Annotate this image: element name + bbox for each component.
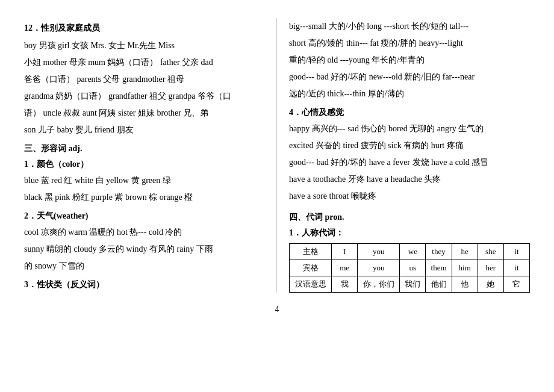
section3b-title: 3．性状类（反义词） bbox=[24, 279, 264, 290]
feeling-line2: excited 兴奋的 tired 疲劳的 sick 有病的 hurt 疼痛 bbox=[289, 141, 464, 150]
antonym-lines: big---small 大的/小的 long ---short 长的/短的 ta… bbox=[289, 18, 530, 102]
cell-subject-label: 主格 bbox=[290, 244, 332, 260]
weather-line1: cool 凉爽的 warm 温暖的 hot 热--- cold 冷的 bbox=[24, 228, 182, 237]
antonym-line2: short 高的/矮的 thin--- fat 瘦的/胖的 heavy---li… bbox=[289, 39, 463, 48]
cell-them: them bbox=[426, 260, 452, 276]
color-line2-text: black 黑 pink 粉红 purple 紫 brown 棕 orange … bbox=[24, 193, 193, 202]
feeling-line3: good--- bad 好的/坏的 have a fever 发烧 have a… bbox=[289, 158, 488, 167]
left-column: 12．性别及家庭成员 boy 男孩 girl 女孩 Mrs. 女士 Mr.先生 … bbox=[24, 18, 277, 293]
weather-line2: sunny 晴朗的 cloudy 多云的 windy 有风的 rainy 下雨 bbox=[24, 244, 213, 254]
cell-you: you bbox=[358, 244, 400, 260]
pronoun-row-object: 宾格 me you us them him her it bbox=[290, 260, 530, 276]
section12-line6: son 儿子 baby 婴儿 friend 朋友 bbox=[24, 125, 134, 134]
section12-line4: grandma 奶奶（口语） grandfather 祖父 grandpa 爷爷… bbox=[24, 92, 231, 101]
section12-line1: boy 男孩 girl 女孩 Mrs. 女士 Mr.先生 Miss bbox=[24, 41, 175, 50]
color-line1: blue 蓝 red 红 white 白 yellow 黄 green 绿 bl… bbox=[24, 172, 264, 206]
weather-line3: 的 snowy 下雪的 bbox=[24, 261, 84, 270]
cell-he: he bbox=[452, 244, 478, 260]
antonym-line3: 重的/轻的 old ---young 年长的/年青的 bbox=[289, 55, 425, 64]
cell-we: we bbox=[400, 244, 426, 260]
feeling-line1: happy 高兴的--- sad 伤心的 bored 无聊的 angry 生气的 bbox=[289, 124, 484, 133]
cell-she: she bbox=[478, 244, 503, 260]
cell-him: him bbox=[452, 260, 478, 276]
feeling-line4: have a toothache 牙疼 have a headache 头疼 bbox=[289, 175, 441, 184]
pronoun-table: 主格 I you we they he she it 宾格 me you us bbox=[289, 243, 530, 293]
page: 12．性别及家庭成员 boy 男孩 girl 女孩 Mrs. 女士 Mr.先生 … bbox=[0, 0, 554, 392]
antonym-line1: big---small 大的/小的 long ---short 长的/短的 ta… bbox=[289, 22, 468, 31]
section12-title: 12．性别及家庭成员 bbox=[24, 23, 264, 34]
cell-I: I bbox=[332, 244, 358, 260]
feeling-content: happy 高兴的--- sad 伤心的 bored 无聊的 angry 生气的… bbox=[289, 120, 530, 205]
section1-color-title: 1．颜色（color） bbox=[24, 159, 264, 170]
section12-line3: 爸爸（口语） parents 父母 grandmother 祖母 bbox=[24, 75, 184, 84]
cell-us: us bbox=[400, 260, 426, 276]
pronoun-row-subject: 主格 I you we they he she it bbox=[290, 244, 530, 260]
cell-her: her bbox=[478, 260, 503, 276]
weather-content: cool 凉爽的 warm 温暖的 hot 热--- cold 冷的 sunny… bbox=[24, 224, 264, 275]
right-column: big---small 大的/小的 long ---short 长的/短的 ta… bbox=[277, 18, 530, 293]
section12-line2: 小姐 mother 母亲 mum 妈妈（口语） father 父亲 dad bbox=[24, 58, 213, 67]
pronoun-row-chinese: 汉语意思 我 你，你们 我们 他们 他 她 它 bbox=[290, 276, 530, 293]
cell-object-label: 宾格 bbox=[290, 260, 332, 276]
cell-women: 我们 bbox=[400, 276, 426, 293]
cell-you2: you bbox=[358, 260, 400, 276]
cell-they: they bbox=[426, 244, 452, 260]
two-column-layout: 12．性别及家庭成员 boy 男孩 girl 女孩 Mrs. 女士 Mr.先生 … bbox=[24, 18, 530, 293]
page-number: 4 bbox=[24, 305, 530, 314]
section1b-title: 1．人称代词： bbox=[289, 228, 530, 238]
cell-it: it bbox=[503, 244, 529, 260]
section2-weather-title: 2．天气(weather) bbox=[24, 211, 264, 222]
section12-content: boy 男孩 girl 女孩 Mrs. 女士 Mr.先生 Miss 小姐 mot… bbox=[24, 37, 264, 138]
cell-ni: 你，你们 bbox=[358, 276, 400, 293]
cell-it2: it bbox=[503, 260, 529, 276]
antonym-line5: 远的/近的 thick---thin 厚的/薄的 bbox=[289, 89, 404, 98]
antonym-line4: good--- bad 好的/坏的 new---old 新的/旧的 far---… bbox=[289, 72, 475, 81]
section3-title: 三、形容词 adj. bbox=[24, 143, 264, 154]
cell-wo: 我 bbox=[332, 276, 358, 293]
color-line1-text: blue 蓝 red 红 white 白 yellow 黄 green 绿 bbox=[24, 176, 171, 185]
cell-ta-n: 它 bbox=[503, 276, 529, 293]
cell-me: me bbox=[332, 260, 358, 276]
section4-title: 4．心情及感觉 bbox=[289, 107, 530, 118]
section12-line5: 语） uncle 叔叔 aunt 阿姨 sister 姐妹 brother 兄、… bbox=[24, 108, 208, 117]
section4-pronoun-title: 四、代词 pron. bbox=[289, 212, 530, 223]
cell-ta-f: 她 bbox=[478, 276, 503, 293]
cell-ta-m: 他 bbox=[452, 276, 478, 293]
cell-tamen: 他们 bbox=[426, 276, 452, 293]
feeling-line5: have a sore throat 喉咙疼 bbox=[289, 191, 376, 201]
cell-chinese-label: 汉语意思 bbox=[290, 276, 332, 293]
